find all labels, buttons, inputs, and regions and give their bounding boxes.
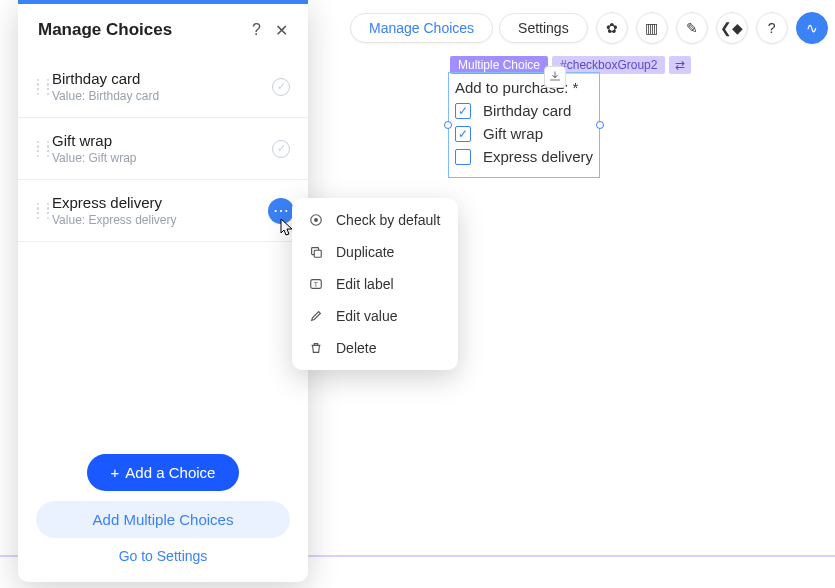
connect-icon: ∿: [806, 20, 818, 36]
checkbox-group-title: Add to purchase: *: [455, 79, 593, 96]
text-icon: T: [308, 276, 324, 292]
design-button[interactable]: ✿: [596, 12, 628, 44]
choice-label: Birthday card: [52, 70, 262, 87]
drag-handle-icon[interactable]: ⋮⋮⋮⋮: [32, 206, 42, 216]
choice-value: Value: Birthday card: [52, 89, 262, 103]
svg-point-1: [314, 218, 318, 222]
svg-rect-3: [314, 250, 321, 257]
ctx-check-default[interactable]: Check by default: [292, 204, 458, 236]
drag-handle-icon[interactable]: ⋮⋮⋮⋮: [32, 144, 42, 154]
duplicate-icon: [308, 244, 324, 260]
settings-tab[interactable]: Settings: [499, 13, 588, 43]
panel-footer: + Add a Choice Add Multiple Choices Go t…: [18, 440, 308, 582]
ctx-duplicate[interactable]: Duplicate: [292, 236, 458, 268]
manage-choices-panel: Manage Choices ? ✕ ⋮⋮⋮⋮ Birthday card Va…: [18, 0, 308, 582]
checkbox-label: Express delivery: [483, 148, 593, 165]
gear-icon: ✿: [606, 20, 618, 36]
choice-list: ⋮⋮⋮⋮ Birthday card Value: Birthday card …: [18, 56, 308, 440]
svg-text:T: T: [314, 281, 319, 288]
choice-item[interactable]: ⋮⋮⋮⋮ Gift wrap Value: Gift wrap ✓: [18, 118, 308, 180]
ctx-delete[interactable]: Delete: [292, 332, 458, 364]
panel-header: Manage Choices ? ✕: [18, 4, 308, 56]
checkbox-row[interactable]: Gift wrap: [455, 125, 593, 142]
default-check-icon[interactable]: ✓: [272, 78, 290, 96]
stretch-icon: ❮◆: [720, 20, 743, 36]
checkbox-icon[interactable]: [455, 126, 471, 142]
layout-icon: ▥: [645, 20, 658, 36]
choice-value: Value: Gift wrap: [52, 151, 262, 165]
choice-context-menu: Check by default Duplicate T Edit label …: [292, 198, 458, 370]
add-multiple-choices-button[interactable]: Add Multiple Choices: [36, 501, 290, 538]
manage-choices-tab[interactable]: Manage Choices: [350, 13, 493, 43]
question-icon: ?: [768, 20, 776, 36]
checkbox-icon[interactable]: [455, 103, 471, 119]
resize-handle-right[interactable]: [596, 121, 604, 129]
ctx-edit-value[interactable]: Edit value: [292, 300, 458, 332]
help-button[interactable]: ?: [756, 12, 788, 44]
ctx-edit-label[interactable]: T Edit label: [292, 268, 458, 300]
checkbox-label: Birthday card: [483, 102, 571, 119]
choice-label: Gift wrap: [52, 132, 262, 149]
panel-help-icon[interactable]: ?: [252, 21, 261, 39]
choice-item[interactable]: ⋮⋮⋮⋮ Birthday card Value: Birthday card …: [18, 56, 308, 118]
element-code-icon[interactable]: ⇄: [669, 56, 691, 74]
checkbox-row[interactable]: Birthday card: [455, 102, 593, 119]
element-toolbar: Manage Choices Settings ✿ ▥ ✎ ❮◆ ? ∿: [350, 12, 828, 44]
animation-button[interactable]: ✎: [676, 12, 708, 44]
choice-label: Express delivery: [52, 194, 290, 211]
panel-title: Manage Choices: [38, 20, 172, 40]
resize-handle-left[interactable]: [444, 121, 452, 129]
default-check-icon[interactable]: ✓: [272, 140, 290, 158]
add-choice-button[interactable]: + Add a Choice: [87, 454, 240, 491]
drag-handle-icon[interactable]: ⋮⋮⋮⋮: [32, 82, 42, 92]
pencil-icon: [308, 308, 324, 324]
stretch-button[interactable]: ❮◆: [716, 12, 748, 44]
checkbox-group-element[interactable]: Add to purchase: * Birthday card Gift wr…: [448, 72, 600, 178]
layout-button[interactable]: ▥: [636, 12, 668, 44]
go-to-settings-link[interactable]: Go to Settings: [119, 548, 208, 564]
download-badge-icon[interactable]: [544, 66, 566, 88]
choice-value: Value: Express delivery: [52, 213, 290, 227]
download-icon: [549, 71, 561, 83]
connect-button[interactable]: ∿: [796, 12, 828, 44]
wand-icon: ✎: [686, 20, 698, 36]
trash-icon: [308, 340, 324, 356]
radio-icon: [308, 212, 324, 228]
checkbox-label: Gift wrap: [483, 125, 543, 142]
choice-item[interactable]: ⋮⋮⋮⋮ Express delivery Value: Express del…: [18, 180, 308, 242]
checkbox-row[interactable]: Express delivery: [455, 148, 593, 165]
choice-more-button[interactable]: ⋯: [268, 198, 294, 224]
panel-close-icon[interactable]: ✕: [275, 21, 288, 40]
checkbox-icon[interactable]: [455, 149, 471, 165]
plus-icon: +: [111, 464, 120, 481]
